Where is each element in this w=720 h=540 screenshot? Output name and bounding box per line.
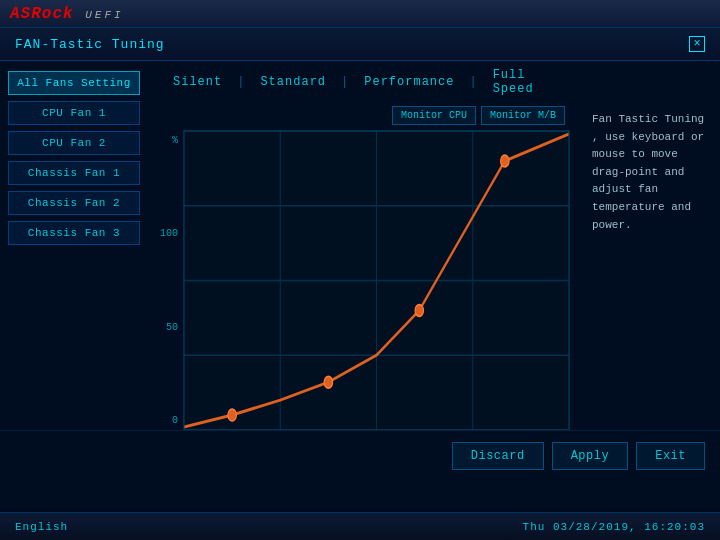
preset-standard[interactable]: Standard — [245, 73, 341, 91]
y-label-percent: % — [172, 135, 178, 146]
window-title: FAN-Tastic Tuning — [15, 37, 165, 52]
monitor-cpu-button[interactable]: Monitor CPU — [392, 106, 476, 125]
topbar: ASRock UEFI — [0, 0, 720, 28]
cpu-fan1-button[interactable]: CPU Fan 1 — [8, 101, 140, 125]
main-area: FAN-Tastic Tuning × All Fans Setting CPU… — [0, 28, 720, 508]
graph-area: Silent | Standard | Performance | Full S… — [148, 61, 580, 449]
y-mid: 50 — [166, 322, 178, 333]
y-axis: % 100 50 0 — [158, 130, 183, 444]
chart-svg — [184, 131, 569, 430]
y-max: 100 — [160, 228, 178, 239]
language-selector[interactable]: English — [15, 521, 68, 533]
svg-point-10 — [501, 155, 510, 167]
status-bar: English Thu 03/28/2019, 16:20:03 — [0, 512, 720, 540]
info-panel: Fan Tastic Tuning , use keyboard or mous… — [580, 101, 720, 449]
logo: ASRock UEFI — [10, 5, 124, 23]
svg-point-9 — [415, 304, 424, 316]
apply-button[interactable]: Apply — [552, 442, 629, 470]
preset-tabs: Silent | Standard | Performance | Full S… — [158, 66, 570, 98]
info-text: Fan Tastic Tuning , use keyboard or mous… — [592, 111, 708, 234]
y-min: 0 — [172, 415, 178, 426]
all-fans-button[interactable]: All Fans Setting — [8, 71, 140, 95]
chassis-fan2-button[interactable]: Chassis Fan 2 — [8, 191, 140, 215]
brand-name: ASRock — [10, 5, 74, 23]
svg-point-8 — [324, 376, 333, 388]
monitor-buttons: Monitor CPU Monitor M/B — [158, 106, 565, 125]
sidebar: All Fans Setting CPU Fan 1 CPU Fan 2 Cha… — [0, 61, 148, 449]
window-title-bar: FAN-Tastic Tuning × — [0, 28, 720, 61]
preset-silent[interactable]: Silent — [158, 73, 237, 91]
monitor-mb-button[interactable]: Monitor M/B — [481, 106, 565, 125]
cpu-fan2-button[interactable]: CPU Fan 2 — [8, 131, 140, 155]
close-button[interactable]: × — [689, 36, 705, 52]
svg-point-7 — [228, 409, 237, 421]
fan-chart[interactable] — [183, 130, 570, 431]
uefi-label: UEFI — [76, 9, 124, 21]
exit-button[interactable]: Exit — [636, 442, 705, 470]
discard-button[interactable]: Discard — [452, 442, 544, 470]
action-bar: Discard Apply Exit — [0, 430, 720, 480]
chassis-fan3-button[interactable]: Chassis Fan 3 — [8, 221, 140, 245]
chassis-fan1-button[interactable]: Chassis Fan 1 — [8, 161, 140, 185]
preset-fullspeed[interactable]: Full Speed — [478, 66, 570, 98]
preset-performance[interactable]: Performance — [349, 73, 469, 91]
content-area: All Fans Setting CPU Fan 1 CPU Fan 2 Cha… — [0, 61, 720, 449]
datetime-display: Thu 03/28/2019, 16:20:03 — [523, 521, 705, 533]
